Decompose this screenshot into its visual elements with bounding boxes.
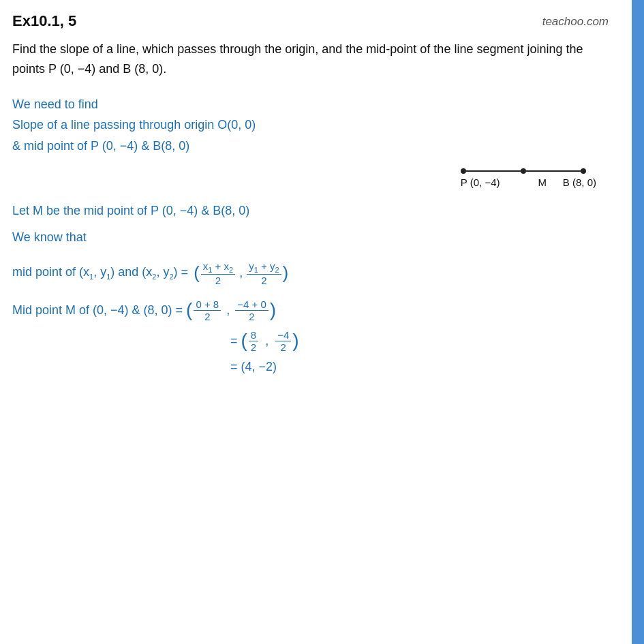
formula-comma1: , xyxy=(239,266,243,280)
formula-frac2-num: y1 + y2 xyxy=(247,260,281,275)
calc-frac2-den: 2 xyxy=(247,311,256,322)
formula-frac2-den: 2 xyxy=(259,275,269,286)
formula-close-paren: ) xyxy=(283,262,289,283)
calc-frac1-num: 0 + 8 xyxy=(194,298,221,311)
calc-row-2-close: ) xyxy=(292,330,298,352)
calc-frac2-num: −4 + 0 xyxy=(235,298,269,311)
calc-row-1-prefix: Mid point M of (0, −4) & (8, 0) = xyxy=(12,303,186,318)
let-m-section: Let M be the mid point of P (0, −4) & B(… xyxy=(12,200,624,221)
midpoint-calc-block: Mid point M of (0, −4) & (8, 0) = ( 0 + … xyxy=(12,298,624,374)
dot-m xyxy=(521,168,526,174)
question-text: Find the slope of a line, which passes t… xyxy=(12,40,605,79)
formula-frac1-num: x1 + x2 xyxy=(201,260,235,275)
brand-label: teachoo.com xyxy=(542,15,609,29)
seg-part-1 xyxy=(466,170,521,172)
calc-frac4-num: −4 xyxy=(275,329,291,341)
we-need-to-find-label: We need to find xyxy=(12,94,624,115)
right-bar xyxy=(632,0,644,644)
header-row: Ex10.1, 5 teachoo.com xyxy=(12,12,624,30)
segment-labels: P (0, −4) M B (8, 0) xyxy=(461,177,596,188)
calc-frac1: 0 + 8 2 xyxy=(194,298,221,322)
exercise-title: Ex10.1, 5 xyxy=(12,12,76,30)
calc-row-3: = (4, −2) xyxy=(230,360,624,374)
formula-prefix: mid point of (x1, y1) and (x2, y2) = xyxy=(12,265,188,281)
label-p: P (0, −4) xyxy=(461,177,522,188)
segment-line xyxy=(461,168,596,174)
calc-frac1-den: 2 xyxy=(202,311,212,322)
seg-part-2 xyxy=(526,170,581,172)
diagram-container: P (0, −4) M B (8, 0) xyxy=(461,168,596,188)
calc-row-1-open: ( xyxy=(186,299,192,321)
label-m: M xyxy=(522,177,563,188)
dot-p xyxy=(461,168,466,174)
calc-row-1: Mid point M of (0, −4) & (8, 0) = ( 0 + … xyxy=(12,298,624,322)
question-body: Find the slope of a line, which passes t… xyxy=(12,42,583,76)
page: Ex10.1, 5 teachoo.com Find the slope of … xyxy=(0,0,644,644)
calc-frac2: −4 + 0 2 xyxy=(235,298,269,322)
diagram-row: P (0, −4) M B (8, 0) xyxy=(12,168,596,188)
slope-line2: & mid point of P (0, −4) & B(8, 0) xyxy=(12,136,624,157)
we-need-to-find-section: We need to find Slope of a line passing … xyxy=(12,94,624,157)
calc-row-1-close: ) xyxy=(270,299,276,321)
calc-frac3-den: 2 xyxy=(249,341,258,353)
we-know-that-label: We know that xyxy=(12,227,624,248)
formula-frac1-den: 2 xyxy=(213,275,223,286)
calc-row-2-eq: = xyxy=(230,334,241,348)
slope-line1: Slope of a line passing through origin O… xyxy=(12,114,624,136)
calc-frac3: 8 2 xyxy=(249,329,258,353)
we-know-that-section: We know that xyxy=(12,227,624,248)
dot-b xyxy=(581,168,586,174)
calc-row-2: = ( 8 2 , −4 2 ) xyxy=(230,329,624,353)
calc-comma1: , xyxy=(226,303,230,318)
let-m-line: Let M be the mid point of P (0, −4) & B(… xyxy=(12,200,624,221)
label-b: B (8, 0) xyxy=(563,177,596,188)
formula-open-paren: ( xyxy=(194,262,200,283)
midpoint-formula-row: mid point of (x1, y1) and (x2, y2) = ( x… xyxy=(12,260,624,286)
calc-row-2-open: ( xyxy=(241,330,247,352)
calc-row-3-val: = (4, −2) xyxy=(230,360,277,374)
calc-frac4: −4 2 xyxy=(275,329,291,353)
formula-frac1: x1 + x2 2 xyxy=(201,260,235,286)
calc-frac4-den: 2 xyxy=(279,341,288,353)
calc-comma2: , xyxy=(265,334,269,348)
formula-frac2: y1 + y2 2 xyxy=(247,260,281,286)
calc-frac3-num: 8 xyxy=(249,329,258,341)
